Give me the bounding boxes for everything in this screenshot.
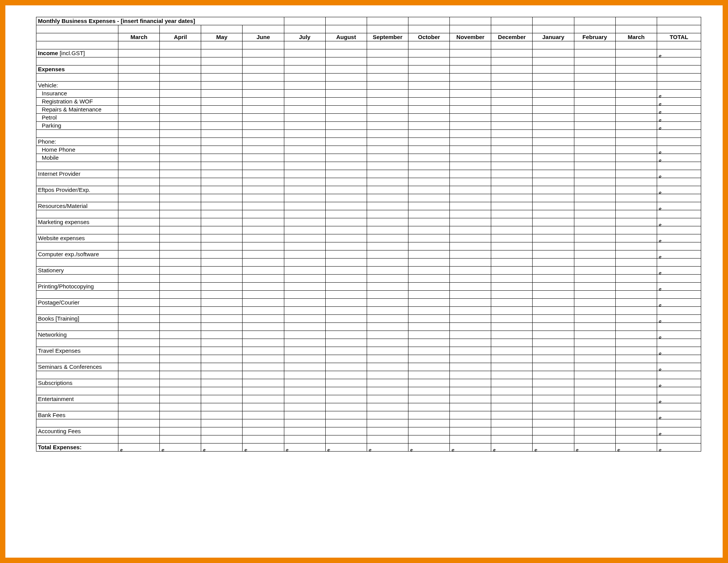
line-3-m7[interactable]	[408, 218, 450, 226]
expenses-header-m7[interactable]	[408, 65, 450, 74]
line-9-m11[interactable]	[574, 315, 615, 323]
line-1-total[interactable]: $-	[657, 186, 701, 194]
line-11-m9[interactable]	[491, 347, 533, 355]
vehicle-2-total[interactable]: $-	[657, 106, 701, 114]
vehicle-2-m1[interactable]	[160, 106, 201, 114]
line-0-m2[interactable]	[201, 170, 243, 178]
line-5-m1[interactable]	[160, 250, 201, 259]
phone-1-m4[interactable]	[284, 154, 325, 162]
vehicle-1-m11[interactable]	[574, 98, 615, 106]
phone-0-m2[interactable]	[201, 146, 243, 154]
line-2-m9[interactable]	[491, 202, 533, 210]
line-2-m8[interactable]	[450, 202, 491, 210]
line-1-m12[interactable]	[615, 186, 657, 194]
line-10-m9[interactable]	[491, 331, 533, 339]
vehicle-4-m7[interactable]	[408, 122, 450, 130]
line-3-m10[interactable]	[533, 218, 574, 226]
line-9-m4[interactable]	[284, 315, 325, 323]
line-15-m2[interactable]	[201, 411, 243, 419]
line-3-m2[interactable]	[201, 218, 243, 226]
vehicle-header-m10[interactable]	[533, 82, 574, 90]
phone-1-m11[interactable]	[574, 154, 615, 162]
line-1-m10[interactable]	[533, 186, 574, 194]
line-8-m2[interactable]	[201, 299, 243, 307]
line-8-m3[interactable]	[243, 299, 284, 307]
line-4-m1[interactable]	[160, 234, 201, 242]
line-6-m5[interactable]	[325, 267, 367, 275]
line-14-m7[interactable]	[408, 395, 450, 403]
phone-header-m9[interactable]	[491, 138, 533, 146]
line-3-m6[interactable]	[367, 218, 408, 226]
expenses-header-m5[interactable]	[325, 65, 367, 74]
total-expenses-m6[interactable]: $-	[367, 444, 408, 452]
line-14-m3[interactable]	[243, 395, 284, 403]
vehicle-header-m12[interactable]	[615, 82, 657, 90]
line-15-m7[interactable]	[408, 411, 450, 419]
line-4-m5[interactable]	[325, 234, 367, 242]
vehicle-1-m2[interactable]	[201, 98, 243, 106]
line-12-m8[interactable]	[450, 363, 491, 371]
vehicle-3-m6[interactable]	[367, 114, 408, 122]
line-2-m0[interactable]	[118, 202, 160, 210]
line-4-m11[interactable]	[574, 234, 615, 242]
line-11-m8[interactable]	[450, 347, 491, 355]
vehicle-3-m12[interactable]	[615, 114, 657, 122]
phone-0-m3[interactable]	[243, 146, 284, 154]
line-3-m1[interactable]	[160, 218, 201, 226]
vehicle-1-m8[interactable]	[450, 98, 491, 106]
line-2-m11[interactable]	[574, 202, 615, 210]
vehicle-header-m1[interactable]	[160, 82, 201, 90]
line-13-m4[interactable]	[284, 379, 325, 387]
line-15-m1[interactable]	[160, 411, 201, 419]
phone-1-total[interactable]: $-	[657, 154, 701, 162]
line-10-m6[interactable]	[367, 331, 408, 339]
line-7-m1[interactable]	[160, 283, 201, 291]
phone-header-m8[interactable]	[450, 138, 491, 146]
line-4-m4[interactable]	[284, 234, 325, 242]
vehicle-1-m6[interactable]	[367, 98, 408, 106]
total-expenses-m3[interactable]: $-	[243, 444, 284, 452]
phone-0-m11[interactable]	[574, 146, 615, 154]
line-3-m3[interactable]	[243, 218, 284, 226]
vehicle-header-m4[interactable]	[284, 82, 325, 90]
line-2-m6[interactable]	[367, 202, 408, 210]
phone-0-m7[interactable]	[408, 146, 450, 154]
phone-header-m5[interactable]	[325, 138, 367, 146]
vehicle-3-m7[interactable]	[408, 114, 450, 122]
line-14-m10[interactable]	[533, 395, 574, 403]
line-10-m2[interactable]	[201, 331, 243, 339]
vehicle-1-m0[interactable]	[118, 98, 160, 106]
line-13-m5[interactable]	[325, 379, 367, 387]
vehicle-header-m2[interactable]	[201, 82, 243, 90]
phone-1-m1[interactable]	[160, 154, 201, 162]
line-7-m12[interactable]	[615, 283, 657, 291]
total-expenses-m7[interactable]: $-	[408, 444, 450, 452]
line-8-m4[interactable]	[284, 299, 325, 307]
line-0-m0[interactable]	[118, 170, 160, 178]
line-13-m1[interactable]	[160, 379, 201, 387]
vehicle-3-m1[interactable]	[160, 114, 201, 122]
phone-header-m11[interactable]	[574, 138, 615, 146]
line-11-m4[interactable]	[284, 347, 325, 355]
line-6-m0[interactable]	[118, 267, 160, 275]
income-m3[interactable]	[243, 49, 284, 57]
line-12-m12[interactable]	[615, 363, 657, 371]
income-m2[interactable]	[201, 49, 243, 57]
income-m9[interactable]	[491, 49, 533, 57]
line-16-m8[interactable]	[450, 427, 491, 435]
phone-0-m1[interactable]	[160, 146, 201, 154]
line-1-m6[interactable]	[367, 186, 408, 194]
vehicle-1-m12[interactable]	[615, 98, 657, 106]
line-12-m1[interactable]	[160, 363, 201, 371]
vehicle-1-m7[interactable]	[408, 98, 450, 106]
line-5-m8[interactable]	[450, 250, 491, 259]
line-5-m9[interactable]	[491, 250, 533, 259]
line-10-m8[interactable]	[450, 331, 491, 339]
vehicle-header-m3[interactable]	[243, 82, 284, 90]
vehicle-3-m9[interactable]	[491, 114, 533, 122]
line-9-m10[interactable]	[533, 315, 574, 323]
line-8-m1[interactable]	[160, 299, 201, 307]
line-8-m5[interactable]	[325, 299, 367, 307]
line-12-m7[interactable]	[408, 363, 450, 371]
vehicle-4-m12[interactable]	[615, 122, 657, 130]
